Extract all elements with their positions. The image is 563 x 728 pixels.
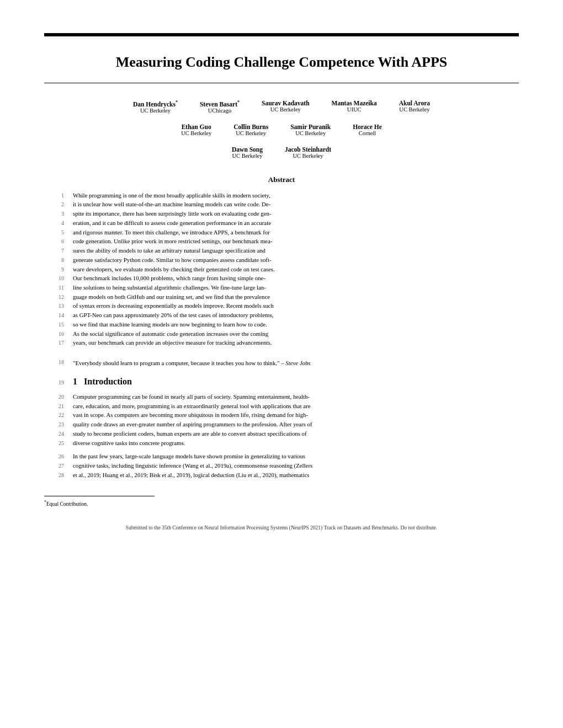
author-affil: UC Berkeley — [232, 153, 262, 159]
author-affil: UC Berkeley — [293, 153, 323, 159]
author-saurav-kadavath: Saurav Kadavath UC Berkeley — [262, 100, 310, 114]
author-name: Akul Arora — [399, 100, 430, 106]
line-item: 8 generate satisfactory Python code. Sim… — [44, 255, 519, 265]
author-samir-puranik: Samir Puranik UC Berkeley — [290, 124, 331, 136]
author-name: Jacob Steinhardt — [285, 146, 331, 153]
author-affil: UC Berkeley — [295, 130, 326, 136]
author-row-3: Dawn Song UC Berkeley Jacob Steinhardt U… — [44, 146, 519, 159]
author-affil: UC Berkeley — [236, 130, 266, 136]
line-item: 4 eration, and it can be difficult to as… — [44, 218, 519, 228]
line-item: 14 as GPT-Neo can pass approximately 20%… — [44, 311, 519, 320]
abstract-lines: 1 While programming is one of the most b… — [44, 191, 519, 347]
line-item: 11 line solutions to being substantial a… — [44, 283, 519, 292]
author-name: Steven Basart* — [200, 100, 240, 108]
line-item: 26 In the past few years, large-scale la… — [44, 452, 519, 461]
line-item: 7 sures the ability of models to take an… — [44, 246, 519, 255]
line-item: 23 quality code draws an ever-greater nu… — [44, 420, 519, 429]
conference-note-text: Submitted to the 35th Conference on Neur… — [126, 525, 437, 531]
line-item: 25 diverse cognitive tasks into concrete… — [44, 438, 519, 448]
conference-note: Submitted to the 35th Conference on Neur… — [44, 524, 519, 532]
author-name: Saurav Kadavath — [262, 100, 310, 106]
author-name: Horace He — [353, 124, 382, 130]
section1-title: 1 Introduction — [73, 377, 132, 387]
footnote-area: *Equal Contribution. — [44, 496, 155, 507]
section1-lines: 20 Computer programming can be found in … — [44, 392, 519, 480]
author-row-2: Ethan Guo UC Berkeley Collin Burns UC Be… — [44, 124, 519, 136]
author-affil: UC Berkeley — [399, 106, 429, 113]
title-section: Measuring Coding Challenge Competence Wi… — [44, 53, 519, 72]
line-item: 16 As the social significance of automat… — [44, 329, 519, 339]
line-item: 9 ware developers, we evaluate models by… — [44, 265, 519, 274]
authors-section: Dan Hendrycks* UC Berkeley Steven Basart… — [44, 100, 519, 159]
paper-title: Measuring Coding Challenge Competence Wi… — [44, 53, 519, 72]
line-item: 15 so we find that machine learning mode… — [44, 320, 519, 329]
author-mantas-mazeika: Mantas Mazeika UIUC — [332, 100, 377, 114]
author-name: Collin Burns — [233, 124, 268, 130]
author-affil: Cornell — [359, 130, 376, 136]
section1-heading: 19 1 Introduction — [44, 377, 519, 387]
author-affil: UC Berkeley — [181, 130, 211, 136]
line-item: 6 code generation. Unlike prior work in … — [44, 237, 519, 246]
author-collin-burns: Collin Burns UC Berkeley — [233, 124, 268, 136]
author-name: Ethan Guo — [182, 124, 211, 130]
section-line-num: 19 — [44, 379, 73, 386]
line-item: 10 Our benchmark includes 10,000 problem… — [44, 274, 519, 283]
author-row-1: Dan Hendrycks* UC Berkeley Steven Basart… — [44, 100, 519, 114]
author-affil: UC Berkeley — [140, 108, 171, 114]
line-item: 17 years, our benchmark can provide an o… — [44, 338, 519, 347]
line-item: 27 cognitive tasks, including linguistic… — [44, 461, 519, 470]
line-spacer — [44, 447, 519, 452]
author-dawn-song: Dawn Song UC Berkeley — [232, 146, 263, 159]
line-item: 2 it is unclear how well state-of-the-ar… — [44, 200, 519, 209]
line-item: 24 study to become proficient coders, hu… — [44, 429, 519, 438]
author-horace-he: Horace He Cornell — [353, 124, 382, 136]
line-item: 28 et al., 2019; Huang et al., 2019; Bis… — [44, 470, 519, 480]
line-item: 22 vast in scope. As computers are becom… — [44, 410, 519, 420]
author-affil: UC Berkeley — [270, 106, 301, 113]
author-name: Samir Puranik — [290, 124, 331, 130]
author-ethan-guo: Ethan Guo UC Berkeley — [181, 124, 211, 136]
author-name: Dan Hendrycks* — [133, 100, 178, 108]
line-item: 21 care, education, and more, programmin… — [44, 402, 519, 411]
line-item: 5 and rigorous manner. To meet this chal… — [44, 228, 519, 237]
line-item: 20 Computer programming can be found in … — [44, 392, 519, 402]
quote-text: "Everybody should learn to program a com… — [73, 358, 519, 368]
line-item: 3 spite its importance, there has been s… — [44, 209, 519, 218]
top-bar — [44, 33, 519, 36]
author-dan-hendrycks: Dan Hendrycks* UC Berkeley — [133, 100, 178, 114]
author-akul-arora: Akul Arora UC Berkeley — [399, 100, 430, 114]
author-name: Dawn Song — [232, 146, 263, 153]
line-item: 12 guage models on both GitHub and our t… — [44, 292, 519, 302]
page: Measuring Coding Challenge Competence Wi… — [0, 0, 563, 728]
line-item: 13 of syntax errors is decreasing expone… — [44, 301, 519, 311]
author-affil: UIUC — [347, 106, 362, 113]
author-steven-basart: Steven Basart* UChicago — [200, 100, 240, 114]
abstract-section: Abstract 1 While programming is one of t… — [44, 175, 519, 347]
line-item: 1 While programming is one of the most b… — [44, 191, 519, 200]
quote-line: 18 "Everybody should learn to program a … — [44, 358, 519, 368]
author-affil: UChicago — [208, 108, 232, 114]
title-divider — [44, 83, 519, 83]
abstract-title: Abstract — [44, 175, 519, 184]
author-jacob-steinhardt: Jacob Steinhardt UC Berkeley — [285, 146, 331, 159]
author-name: Mantas Mazeika — [332, 100, 377, 106]
footnote-text: *Equal Contribution. — [44, 500, 155, 507]
